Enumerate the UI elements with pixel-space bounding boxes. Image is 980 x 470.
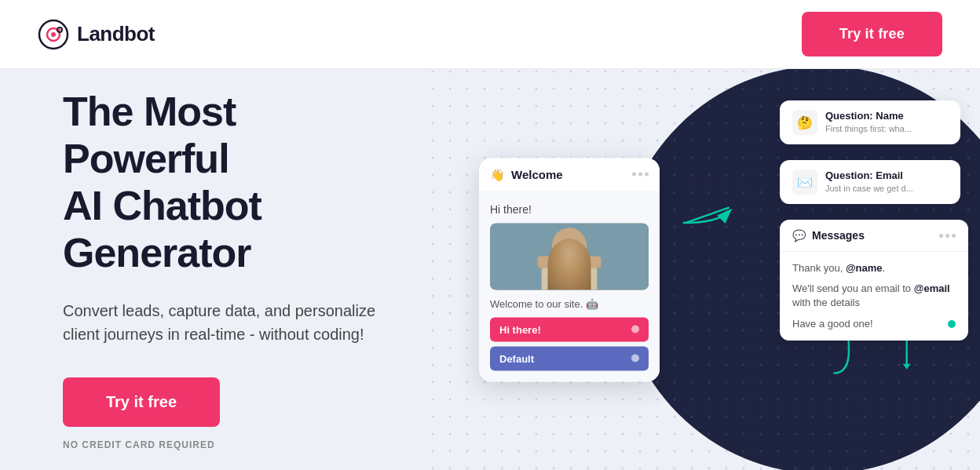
msg-line3: Have a good one! bbox=[792, 317, 873, 331]
logo: Landbot bbox=[38, 19, 155, 50]
flow-cards-area: 🤔 Question: Name First things first: wha… bbox=[780, 100, 968, 341]
hero-right: 👋 Welcome Hi there! bbox=[455, 69, 980, 470]
dot3 bbox=[645, 173, 649, 177]
question-email-icon: ✉️ bbox=[792, 169, 817, 195]
chat-default-button[interactable]: Default bbox=[490, 346, 649, 370]
svg-point-2 bbox=[51, 32, 56, 37]
messages-header: 💬 Messages bbox=[780, 220, 968, 252]
hero-try-free-button[interactable]: Try it free bbox=[63, 377, 220, 427]
flow-card-name-subtitle: First things first: wha... bbox=[825, 124, 912, 133]
svg-rect-10 bbox=[542, 264, 598, 290]
svg-point-8 bbox=[552, 228, 587, 265]
svg-point-4 bbox=[59, 28, 60, 30]
messages-icon: 💬 bbox=[792, 229, 806, 242]
btn-dot-hi bbox=[631, 326, 639, 333]
flow-card-email-subtitle: Just in case we get d... bbox=[825, 184, 913, 193]
flow-card-name-content: Question: Name First things first: wha..… bbox=[825, 110, 912, 133]
dot2 bbox=[638, 173, 642, 177]
flow-card-email-title: Question: Email bbox=[825, 169, 913, 181]
messages-menu-dots[interactable] bbox=[939, 234, 956, 238]
logo-wordmark: Landbot bbox=[77, 22, 155, 46]
chat-hi-button[interactable]: Hi there! bbox=[490, 317, 649, 341]
hero-section: The Most Powerful AI Chatbot Generator C… bbox=[0, 69, 980, 470]
chat-widget: 👋 Welcome Hi there! bbox=[479, 158, 660, 381]
no-credit-label: NO CREDIT CARD REQUIRED bbox=[63, 439, 393, 450]
hero-subtitle: Convert leads, capture data, and persona… bbox=[63, 299, 393, 346]
btn-dot-default bbox=[631, 355, 639, 363]
msg-email-highlight: @email bbox=[914, 282, 950, 294]
messages-title: 💬 Messages bbox=[792, 229, 865, 242]
chat-menu-dots[interactable] bbox=[632, 173, 649, 177]
chat-image bbox=[490, 223, 649, 290]
msg-line3-row: Have a good one! bbox=[792, 317, 956, 331]
flow-card-email-content: Question: Email Just in case we get d... bbox=[825, 169, 913, 193]
svg-rect-11 bbox=[538, 256, 602, 268]
chat-widget-header: 👋 Welcome bbox=[479, 158, 660, 191]
header-try-free-button[interactable]: Try it free bbox=[802, 12, 942, 56]
msg-name-highlight: @name bbox=[846, 262, 883, 274]
wave-emoji: 👋 bbox=[490, 167, 505, 181]
mdot2 bbox=[945, 234, 949, 238]
messages-body: Thank you, @name. We'll send you an emai… bbox=[780, 252, 968, 341]
chat-header-title: 👋 Welcome bbox=[490, 167, 563, 181]
flow-card-name: 🤔 Question: Name First things first: wha… bbox=[780, 100, 960, 144]
messages-card: 💬 Messages Thank you, @name. We'll send bbox=[780, 220, 968, 341]
mdot3 bbox=[952, 234, 956, 238]
msg-line1: Thank you, @name. bbox=[792, 261, 956, 275]
chat-hi-message: Hi there! bbox=[490, 202, 649, 215]
email-emoji: ✉️ bbox=[797, 175, 813, 190]
chat-body: Hi there! Welcome to our site. 🤖 bbox=[479, 191, 660, 381]
mdot1 bbox=[939, 234, 943, 238]
msg-green-dot bbox=[948, 320, 956, 328]
flow-card-email: ✉️ Question: Email Just in case we get d… bbox=[780, 160, 960, 204]
chat-welcome-message: Welcome to our site. 🤖 bbox=[490, 297, 649, 309]
svg-point-9 bbox=[558, 239, 580, 254]
hero-left: The Most Powerful AI Chatbot Generator C… bbox=[0, 69, 455, 470]
dot1 bbox=[632, 173, 636, 177]
logo-icon bbox=[38, 19, 69, 50]
person-image bbox=[490, 223, 649, 290]
header: Landbot Try it free bbox=[0, 0, 980, 69]
question-name-icon: 🤔 bbox=[792, 110, 817, 135]
hero-title: The Most Powerful AI Chatbot Generator bbox=[63, 89, 393, 276]
msg-line2: We'll send you an email to @email with t… bbox=[792, 282, 956, 310]
flow-card-name-title: Question: Name bbox=[825, 110, 912, 122]
